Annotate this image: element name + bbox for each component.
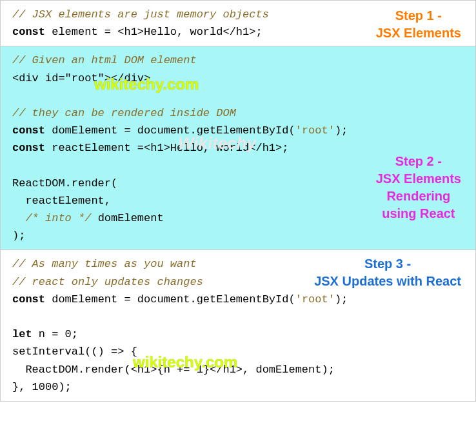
code-text: setInterval(() => { <box>12 346 137 358</box>
keyword: let <box>12 328 32 340</box>
section-step2: wikitechy.com Wikitechy Step 2 -JSX Elem… <box>1 46 475 250</box>
code-text: ReactDOM.render( <box>12 177 117 190</box>
step3-label: Step 3 -JSX Updates with React <box>314 255 461 290</box>
code-text: ); <box>12 229 25 242</box>
code-text: ); <box>335 124 348 137</box>
comment: /* into */ <box>25 212 91 224</box>
string: 'root' <box>295 124 335 137</box>
section-step3: Step 3 -JSX Updates with React wikitechy… <box>1 250 475 401</box>
step2-label: Step 2 -JSX ElementsRenderingusing React <box>376 153 461 222</box>
keyword: const <box>12 124 45 137</box>
comment: // Given an html DOM element <box>12 54 197 66</box>
string: 'root' <box>295 293 335 306</box>
comment: // react only updates changes <box>12 276 203 288</box>
code-text: domElement = document.getElementById( <box>45 293 295 306</box>
code-text: reactElement =<h1>Hello, world</h1>; <box>45 142 288 154</box>
comment: // As many times as you want <box>12 258 197 270</box>
code-text: domElement <box>91 212 163 224</box>
section-step1: Step 1 -JSX Elements // JSX elements are… <box>1 1 475 46</box>
code-text: n = 0; <box>32 328 78 340</box>
keyword: const <box>12 142 45 154</box>
code-text <box>12 212 25 224</box>
keyword: const <box>12 26 45 38</box>
step1-label: Step 1 -JSX Elements <box>376 7 461 42</box>
code-text: domElement = document.getElementById( <box>45 124 295 137</box>
code-text: }, 1000); <box>12 381 72 393</box>
comment: // they can be rendered inside DOM <box>12 107 236 119</box>
code-text: <div id="root"></div> <box>12 72 150 84</box>
code-text: ); <box>335 293 348 306</box>
keyword: const <box>12 293 45 306</box>
code-text: reactElement, <box>12 195 111 207</box>
code-text: element = <h1>Hello, world</h1>; <box>45 26 263 38</box>
code-text: ReactDOM.render(<h1>{n += 1}</h1>, domEl… <box>12 364 335 376</box>
comment: // JSX elements are just memory objects <box>12 8 269 21</box>
